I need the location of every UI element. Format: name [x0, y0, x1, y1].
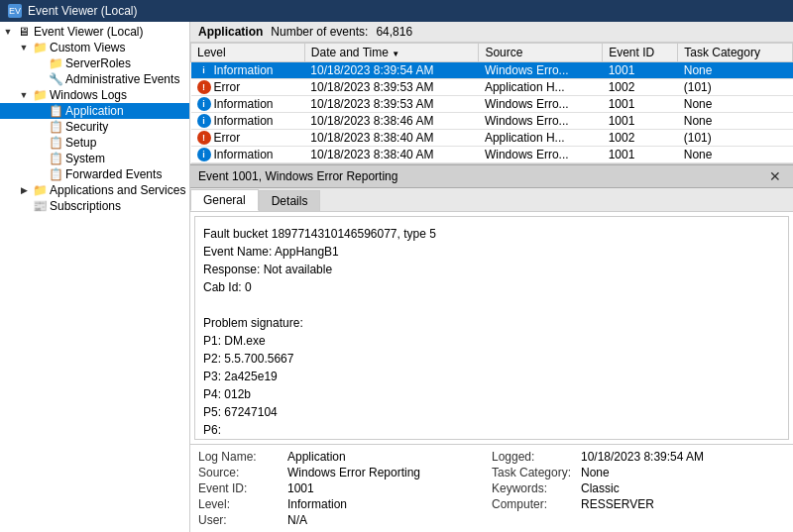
- col-eventid[interactable]: Event ID: [603, 44, 678, 62]
- filter-icon: 🔧: [48, 72, 63, 86]
- sidebar-label: System: [65, 152, 105, 165]
- col-datetime[interactable]: Date and Time: [304, 44, 479, 62]
- sidebar-item-security[interactable]: 📋 Security: [0, 119, 189, 135]
- table-cell: 10/18/2023 8:39:54 AM: [304, 62, 479, 79]
- content-header: Application Number of events: 64,816: [190, 22, 793, 43]
- cell-level: iInformation: [191, 96, 305, 113]
- sidebar-item-administrative-events[interactable]: 🔧 Administrative Events: [0, 71, 189, 87]
- table-cell: (101): [678, 79, 793, 96]
- logged-label: Logged:: [492, 450, 581, 464]
- sidebar-label: Administrative Events: [65, 72, 179, 86]
- event-detail-panel: Event 1001, Windows Error Reporting ✕ Ge…: [190, 164, 793, 532]
- info-icon: i: [197, 63, 211, 77]
- sidebar-label: Windows Logs: [50, 88, 127, 102]
- table-row[interactable]: iInformation10/18/2023 8:39:54 AMWindows…: [191, 62, 793, 79]
- table-cell: Windows Erro...: [479, 96, 603, 113]
- log-icon: 📋: [48, 120, 63, 134]
- keywords-value: Classic: [581, 481, 620, 495]
- sidebar-item-forwarded-events[interactable]: 📋 Forwarded Events: [0, 166, 189, 182]
- computer-label: Computer:: [492, 497, 581, 511]
- source-value: Windows Error Reporting: [287, 466, 420, 479]
- folder-icon: 📁: [32, 183, 48, 197]
- tab-details[interactable]: Details: [259, 190, 321, 211]
- cell-level: iInformation: [191, 62, 305, 79]
- table-cell: Application H...: [479, 79, 603, 96]
- table-row[interactable]: iInformation10/18/2023 8:39:53 AMWindows…: [191, 96, 793, 113]
- event-id-value: 1001: [287, 481, 314, 495]
- content-app-name: Application: [198, 25, 263, 39]
- sidebar-item-event-viewer-local[interactable]: ▼ 🖥 Event Viewer (Local): [0, 24, 189, 40]
- tab-general[interactable]: General: [190, 189, 259, 211]
- table-cell: Windows Erro...: [479, 147, 603, 163]
- event-detail-title: Event 1001, Windows Error Reporting: [198, 169, 397, 183]
- table-row[interactable]: !Error10/18/2023 8:38:40 AMApplication H…: [191, 130, 793, 147]
- table-cell: Application H...: [479, 130, 603, 147]
- table-cell: Windows Erro...: [479, 62, 603, 79]
- task-cat-value: None: [581, 466, 610, 479]
- table-cell: (101): [678, 130, 793, 147]
- sidebar-label: ServerRoles: [65, 56, 131, 70]
- folder-icon: 📁: [32, 41, 48, 54]
- detail-info-left: Log Name: Application Source: Windows Er…: [198, 449, 492, 528]
- table-cell: None: [678, 62, 793, 79]
- log-icon: 📋: [48, 104, 63, 118]
- table-cell: 10/18/2023 8:38:46 AM: [304, 113, 479, 130]
- sidebar-item-windows-logs[interactable]: ▼ 📁 Windows Logs: [0, 87, 189, 103]
- subscriptions-icon: 📰: [32, 199, 48, 213]
- detail-content: Fault bucket 1897714310146596077, type 5…: [190, 212, 793, 444]
- table-row[interactable]: iInformation10/18/2023 8:38:40 AMWindows…: [191, 147, 793, 163]
- table-cell: None: [678, 113, 793, 130]
- event-id-label: Event ID:: [198, 481, 287, 495]
- table-cell: 1001: [603, 147, 678, 163]
- event-count-label: Number of events:: [271, 25, 368, 39]
- error-icon: !: [197, 80, 211, 94]
- level-value: Information: [287, 497, 347, 511]
- sidebar-item-custom-views[interactable]: ▼ 📁 Custom Views: [0, 40, 189, 55]
- table-cell: 1001: [603, 62, 678, 79]
- detail-tabs: General Details: [190, 188, 793, 212]
- cell-level: !Error: [191, 79, 305, 96]
- log-name-label: Log Name:: [198, 450, 287, 464]
- table-row[interactable]: !Error10/18/2023 8:39:53 AMApplication H…: [191, 79, 793, 96]
- col-level[interactable]: Level: [191, 44, 305, 62]
- close-button[interactable]: ✕: [765, 168, 785, 184]
- events-table-container[interactable]: Level Date and Time Source Event ID Task…: [190, 43, 793, 164]
- col-task-category[interactable]: Task Category: [678, 44, 793, 62]
- detail-text[interactable]: Fault bucket 1897714310146596077, type 5…: [194, 216, 789, 440]
- user-value: N/A: [287, 513, 307, 527]
- detail-info-grid: Log Name: Application Source: Windows Er…: [190, 444, 793, 532]
- sidebar-item-setup[interactable]: 📋 Setup: [0, 135, 189, 151]
- col-source[interactable]: Source: [479, 44, 603, 62]
- sidebar-item-application[interactable]: 📋 Application: [0, 103, 189, 119]
- sidebar-item-applications-services[interactable]: ▶ 📁 Applications and Services Lo...: [0, 182, 189, 198]
- expand-arrow: ▼: [16, 43, 32, 53]
- source-label: Source:: [198, 466, 287, 479]
- error-icon: !: [197, 131, 211, 145]
- sidebar-label: Event Viewer (Local): [34, 25, 144, 39]
- table-cell: 1002: [603, 79, 678, 96]
- event-count-value: 64,816: [376, 25, 412, 39]
- folder-icon: 📁: [32, 88, 48, 102]
- events-table: Level Date and Time Source Event ID Task…: [190, 43, 793, 163]
- content-area: Application Number of events: 64,816 Lev…: [190, 22, 793, 532]
- keywords-label: Keywords:: [492, 481, 581, 495]
- sidebar-item-system[interactable]: 📋 System: [0, 151, 189, 166]
- sidebar-label: Security: [65, 120, 108, 134]
- sidebar-label: Applications and Services Lo...: [50, 183, 190, 197]
- sidebar-item-server-roles[interactable]: 📁 ServerRoles: [0, 55, 189, 71]
- log-name-value: Application: [287, 450, 346, 464]
- expand-arrow: ▼: [0, 27, 16, 37]
- task-cat-row: Task Category: None: [492, 465, 785, 480]
- cell-level: iInformation: [191, 147, 305, 163]
- log-icon: 📋: [48, 167, 63, 181]
- expand-arrow: ▶: [16, 185, 32, 195]
- sidebar-item-subscriptions[interactable]: 📰 Subscriptions: [0, 198, 189, 214]
- table-row[interactable]: iInformation10/18/2023 8:38:46 AMWindows…: [191, 113, 793, 130]
- cell-level: iInformation: [191, 113, 305, 130]
- detail-info-right: Logged: 10/18/2023 8:39:54 AM Task Categ…: [492, 449, 785, 528]
- table-cell: 10/18/2023 8:38:40 AM: [304, 147, 479, 163]
- title-bar: EV Event Viewer (Local): [0, 0, 793, 22]
- level-label: Level:: [198, 497, 287, 511]
- table-cell: 10/18/2023 8:38:40 AM: [304, 130, 479, 147]
- table-cell: 10/18/2023 8:39:53 AM: [304, 79, 479, 96]
